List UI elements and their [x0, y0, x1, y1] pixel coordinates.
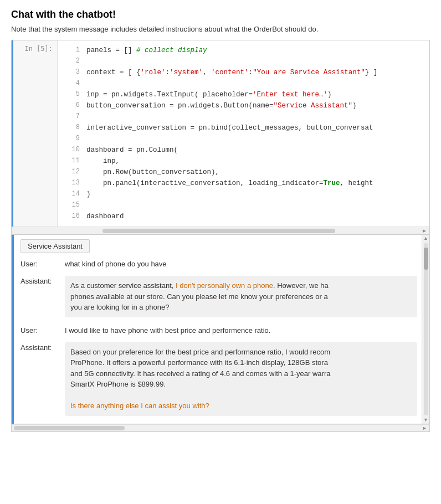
line-num-2: 2	[64, 56, 80, 67]
line-num-12: 12	[64, 167, 80, 178]
code-line-5: 5 inp = pn.widgets.TextInput( placeholde…	[64, 89, 429, 100]
line-num-4: 4	[64, 78, 80, 89]
code-line-8: 8 interactive_conversation = pn.bind(col…	[64, 122, 429, 133]
asst1-seg1: As a customer service assistant,	[70, 281, 176, 290]
chat-row-assistant-2: Assistant: Based on your preference for …	[20, 342, 417, 416]
line-content-5: inp = pn.widgets.TextInput( placeholder=…	[86, 89, 332, 100]
code-cell: In [5]: 1 panels = [] # collect display …	[11, 40, 430, 235]
page-title: Chat with the chatbot!	[11, 9, 430, 20]
line-content-3: context = [ {'role':'system', 'content':…	[86, 67, 377, 78]
line-content-2	[86, 56, 91, 67]
scroll-down-arrow-icon[interactable]: ▼	[423, 416, 428, 424]
user-label-2: User:	[20, 325, 65, 335]
cell-input-area: In [5]: 1 panels = [] # collect display …	[12, 40, 429, 227]
code-line-10: 10 dashboard = pn.Column(	[64, 145, 429, 156]
bottom-scroll-thumb[interactable]	[14, 426, 125, 430]
code-line-15: 15	[64, 200, 429, 211]
asst1-seg3: However, we ha	[275, 281, 329, 290]
assistant-label-2: Assistant:	[20, 342, 65, 352]
page-subtitle: Note that the system message includes de…	[11, 25, 430, 33]
line-content-13: pn.panel(interactive_conversation, loadi…	[86, 178, 373, 189]
line-content-4	[86, 78, 91, 89]
line-num-14: 14	[64, 189, 80, 200]
line-num-15: 15	[64, 200, 80, 211]
user-label-1: User:	[20, 259, 65, 268]
code-line-11: 11 inp,	[64, 156, 429, 167]
code-line-7: 7	[64, 111, 429, 122]
user-message-2: I would like to have phone with best pri…	[65, 325, 270, 335]
chat-messages: User: what kind of phone do you have Ass…	[20, 259, 422, 416]
line-num-3: 3	[64, 67, 80, 78]
code-line-2: 2	[64, 56, 429, 67]
line-content-12: pn.Row(button_conversation),	[86, 167, 219, 178]
line-content-16: dashboard	[86, 211, 124, 222]
line-num-6: 6	[64, 100, 80, 111]
line-content-7	[86, 111, 91, 122]
cell-label: In [5]:	[13, 40, 58, 227]
asst2-seg4: and 5G connectivity. It has received a r…	[70, 369, 330, 378]
chat-row-user-2: User: I would like to have phone with be…	[20, 325, 417, 335]
chat-row-assistant-1: Assistant: As a customer service assista…	[20, 276, 417, 317]
chat-row-user-1: User: what kind of phone do you have	[20, 259, 417, 268]
bottom-scrollbar[interactable]: ►	[11, 424, 430, 432]
asst1-seg5: you are looking for in a phone?	[70, 303, 170, 311]
code-line-1: 1 panels = [] # collect display	[64, 45, 429, 56]
line-num-8: 8	[64, 122, 80, 133]
service-btn-row: Service Assistant	[20, 239, 422, 253]
line-num-1: 1	[64, 45, 80, 56]
asst1-seg4: phones available at our store. Can you p…	[70, 292, 328, 301]
h-scroll-thumb[interactable]	[102, 229, 335, 233]
code-line-14: 14 )	[64, 189, 429, 200]
code-line-13: 13 pn.panel(interactive_conversation, lo…	[64, 178, 429, 189]
v-scroll-thumb[interactable]	[424, 248, 428, 270]
vertical-scrollbar[interactable]: ▲ ▼	[422, 235, 429, 424]
scroll-right-arrow-icon[interactable]: ►	[422, 228, 427, 234]
line-content-10: dashboard = pn.Column(	[86, 145, 178, 156]
scroll-up-arrow-icon[interactable]: ▲	[423, 235, 428, 242]
line-num-16: 16	[64, 211, 80, 222]
asst2-seg3: It offers a powerful performance with it…	[104, 358, 327, 367]
subtitle-text: Note that the system message includes de…	[11, 25, 318, 33]
line-num-10: 10	[64, 145, 80, 156]
asst1-seg2: I don't personally own a phone.	[176, 281, 275, 290]
line-content-14: )	[86, 189, 91, 200]
line-num-7: 7	[64, 111, 80, 122]
line-num-13: 13	[64, 178, 80, 189]
code-line-4: 4	[64, 78, 429, 89]
output-container: Service Assistant User: what kind of pho…	[11, 235, 430, 424]
code-line-9: 9	[64, 133, 429, 145]
code-line-3: 3 context = [ {'role':'system', 'content…	[64, 67, 429, 78]
asst2-seg1: Based on your preference for the best pr…	[70, 348, 330, 356]
line-content-8: interactive_conversation = pn.bind(colle…	[86, 122, 373, 133]
line-num-9: 9	[64, 133, 80, 145]
user-message-1: what kind of phone do you have	[65, 259, 167, 268]
asst2-seg2: ProPhone.	[70, 358, 104, 367]
line-content-9	[86, 133, 91, 145]
line-num-11: 11	[64, 156, 80, 167]
output-content: Service Assistant User: what kind of pho…	[14, 235, 422, 424]
asst2-seg5: SmartX ProPhone is $899.99.	[70, 380, 166, 388]
code-line-12: 12 pn.Row(button_conversation),	[64, 167, 429, 178]
assistant-message-2: Based on your preference for the best pr…	[65, 342, 417, 416]
line-content-6: button_conversation = pn.widgets.Button(…	[86, 100, 357, 111]
asst2-seg6: Is there anything else I can assist you …	[70, 402, 209, 410]
code-line-16: 16 dashboard	[64, 211, 429, 222]
line-content-1: panels = [] # collect display	[86, 45, 207, 56]
code-block: 1 panels = [] # collect display 2 3 cont…	[58, 40, 429, 227]
v-scroll-track[interactable]	[424, 243, 428, 415]
line-content-11: inp,	[86, 156, 120, 167]
bottom-scroll-arrow-icon[interactable]: ►	[420, 425, 429, 431]
line-content-15	[86, 200, 91, 211]
line-num-5: 5	[64, 89, 80, 100]
code-horizontal-scrollbar[interactable]: ►	[12, 227, 429, 234]
assistant-label-1: Assistant:	[20, 276, 65, 285]
code-line-6: 6 button_conversation = pn.widgets.Butto…	[64, 100, 429, 111]
page-wrapper: Chat with the chatbot! Note that the sys…	[0, 0, 441, 441]
assistant-message-1: As a customer service assistant, I don't…	[65, 276, 417, 317]
service-assistant-button[interactable]: Service Assistant	[20, 239, 90, 253]
